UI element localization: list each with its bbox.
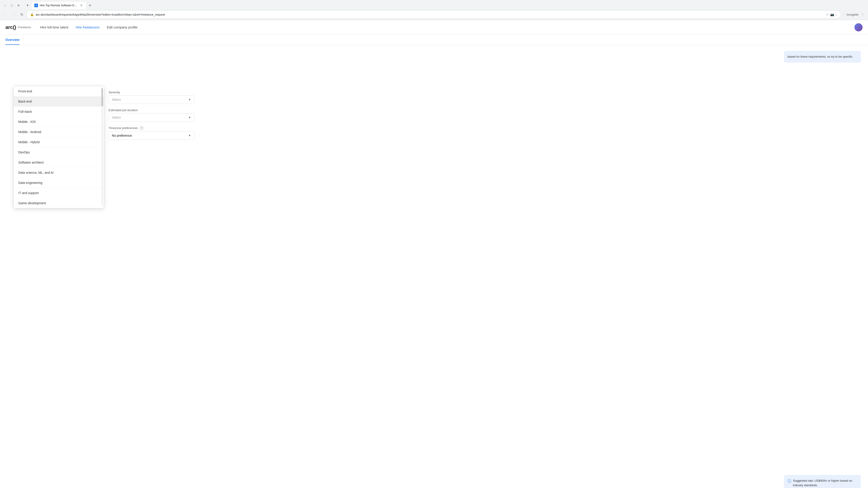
extension-icon[interactable]: 📷	[830, 13, 834, 16]
minimize-button[interactable]: −	[2, 2, 8, 8]
seniority-placeholder: Select	[112, 98, 121, 101]
seniority-label: Seniority	[108, 91, 194, 94]
suggestion-card: ⓘ Suggested rate: US$40/hr or higher bas…	[784, 475, 861, 488]
dropdown-item-frontend[interactable]: Front-end	[14, 86, 104, 96]
dropdown-item-devops[interactable]: DevOps	[14, 147, 104, 158]
logo: arc()	[5, 24, 16, 30]
seniority-field-group: Seniority Select ▼	[108, 91, 194, 104]
suggestion-text: Suggested rate: US$40/hr or higher based…	[793, 479, 857, 487]
info-card-text: based on these requirements, so try to b…	[787, 55, 853, 58]
bookmark-icon[interactable]: ☆	[826, 13, 829, 16]
browser-actions: | Incognito ⋮	[842, 11, 866, 18]
dropdown-item-backend[interactable]: Back-end	[14, 96, 104, 107]
edit-profile-link[interactable]: Edit company profile	[107, 25, 137, 29]
tab-group-button[interactable]: ▼	[24, 2, 31, 8]
address-bar-icons: ☆ 📷 ↓	[826, 13, 837, 16]
dropdown-item-it-support[interactable]: IT and support	[14, 188, 104, 198]
logo-badge: Freelance	[18, 26, 31, 29]
more-options-button[interactable]: ⋮	[859, 11, 866, 18]
info-panel: based on these requirements, so try to b…	[784, 51, 861, 66]
scrollbar-track[interactable]	[101, 88, 103, 206]
duration-arrow-icon: ▼	[188, 116, 191, 119]
duration-placeholder: Select	[112, 116, 121, 119]
timezone-select[interactable]: No preference ▼	[108, 131, 194, 140]
dropdown-item-mobile-ios[interactable]: Mobile - iOS	[14, 117, 104, 127]
overview-tab: Overview	[0, 35, 868, 45]
dropdown-item-software-architect[interactable]: Software architect	[14, 158, 104, 168]
seniority-arrow-icon: ▼	[188, 98, 191, 101]
close-window-button[interactable]: ✕	[16, 2, 22, 8]
duration-label: Estimated job duration	[108, 108, 194, 112]
address-bar[interactable]: 🔒 arc.dev/dashboard/requests/kdyp4k9q28/…	[26, 10, 841, 19]
address-bar-row: ← → ↻ 🔒 arc.dev/dashboard/requests/kdyp4…	[0, 9, 868, 20]
new-tab-button[interactable]: +	[87, 2, 93, 8]
timezone-field-group: Timezone preferences ? No preference ▼	[108, 126, 194, 140]
incognito-label: Incognito	[846, 13, 859, 16]
tab-close-button[interactable]: ✕	[80, 4, 83, 7]
refresh-button[interactable]: ↻	[18, 11, 25, 18]
dropdown-item-game-dev[interactable]: Game development	[14, 198, 104, 208]
header-nav: Hire full-time talent Hire freelancers E…	[40, 25, 855, 29]
dropdown-item-data-engineering[interactable]: Data engineering	[14, 178, 104, 188]
timezone-value: No preference	[112, 134, 132, 137]
info-card-requirements: based on these requirements, so try to b…	[784, 51, 861, 63]
tab-favicon: A	[34, 4, 38, 7]
hire-fulltime-link[interactable]: Hire full-time talent	[40, 25, 68, 29]
logo-area: arc() Freelance	[5, 24, 31, 30]
tab-bar: − □ ✕ ▼ A Hire Top Remote Software Dev..…	[0, 0, 868, 9]
avatar[interactable]	[855, 23, 863, 31]
browser-chrome: − □ ✕ ▼ A Hire Top Remote Software Dev..…	[0, 0, 868, 20]
seniority-select[interactable]: Select ▼	[108, 95, 194, 104]
dropdown-item-fullstack[interactable]: Full-stack	[14, 107, 104, 117]
info-icon: ⓘ	[787, 479, 791, 487]
dropdown-item-mobile-hybrid[interactable]: Mobile - Hybrid	[14, 137, 104, 147]
overview-tab-label[interactable]: Overview	[5, 35, 20, 45]
role-type-dropdown[interactable]: Front-end Back-end Full-stack Mobile - i…	[13, 86, 104, 208]
duration-field-group: Estimated job duration Select ▼	[108, 108, 194, 122]
maximize-button[interactable]: □	[8, 2, 15, 8]
dropdown-item-mobile-android[interactable]: Mobile - Android	[14, 127, 104, 137]
timezone-arrow-icon: ▼	[188, 134, 191, 137]
main-content: based on these requirements, so try to b…	[0, 45, 868, 488]
hire-freelancers-link[interactable]: Hire freelancers	[76, 25, 100, 29]
download-icon[interactable]: ↓	[835, 13, 837, 16]
forward-button[interactable]: →	[10, 11, 17, 18]
active-tab[interactable]: A Hire Top Remote Software Dev... ✕	[32, 2, 86, 9]
scrollbar-thumb[interactable]	[101, 88, 103, 106]
page-layout: Front-end Back-end Full-stack Mobile - i…	[0, 45, 868, 488]
tab-title: Hire Top Remote Software Dev...	[40, 4, 78, 7]
url-text: arc.dev/dashboard/requests/kdyp4k9q28/ov…	[36, 13, 824, 16]
dropdown-scroll-area[interactable]: Front-end Back-end Full-stack Mobile - i…	[14, 86, 104, 208]
form-fields: Seniority Select ▼ Estimated job duratio…	[108, 91, 194, 144]
back-button[interactable]: ←	[2, 11, 9, 18]
timezone-help-icon[interactable]: ?	[140, 126, 143, 130]
app-header: arc() Freelance Hire full-time talent Hi…	[0, 20, 868, 35]
timezone-label: Timezone preferences ?	[108, 126, 194, 130]
dropdown-item-data-science[interactable]: Data science, ML, and AI	[14, 168, 104, 178]
duration-select[interactable]: Select ▼	[108, 113, 194, 122]
suggestion-panel: ⓘ Suggested rate: US$40/hr or higher bas…	[784, 475, 861, 488]
